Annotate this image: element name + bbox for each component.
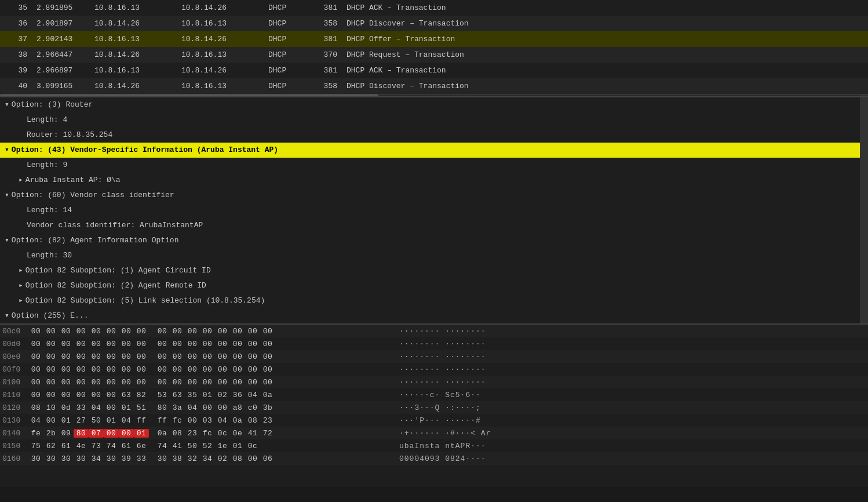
hex-byte[interactable]: 00 bbox=[230, 352, 245, 361]
hex-byte[interactable]: 00 bbox=[59, 340, 74, 348]
hex-byte[interactable]: 00 bbox=[185, 416, 200, 425]
hex-byte[interactable]: 72 bbox=[260, 429, 275, 438]
hex-byte[interactable]: 00 bbox=[28, 327, 43, 336]
hex-byte[interactable]: 00 bbox=[43, 340, 59, 348]
hex-byte[interactable]: 00 bbox=[215, 327, 230, 336]
expand-arrow[interactable]: ▸ bbox=[19, 266, 23, 275]
hex-byte[interactable]: 00 bbox=[155, 378, 170, 387]
hex-byte[interactable]: 01 bbox=[59, 416, 74, 425]
collapse-arrow[interactable]: ▾ bbox=[5, 100, 9, 109]
hex-byte[interactable]: 63 bbox=[119, 391, 134, 399]
hex-byte[interactable]: 52 bbox=[200, 442, 215, 450]
hex-byte[interactable]: 50 bbox=[185, 442, 200, 450]
hex-byte[interactable]: 00 bbox=[119, 327, 134, 336]
hex-byte[interactable]: 00 bbox=[28, 340, 43, 348]
hex-byte[interactable]: 00 bbox=[59, 391, 74, 399]
hex-byte[interactable]: 0a bbox=[230, 416, 245, 425]
hex-byte[interactable]: 01 bbox=[230, 442, 245, 450]
hex-byte[interactable]: ff bbox=[134, 416, 149, 425]
hex-byte[interactable]: 00 bbox=[260, 378, 275, 387]
hex-byte[interactable]: 00 bbox=[74, 365, 89, 374]
hex-byte[interactable]: 30 bbox=[155, 454, 170, 463]
detail-scrollbar[interactable] bbox=[860, 97, 868, 323]
hex-byte[interactable]: 00 bbox=[230, 365, 245, 374]
hex-byte[interactable]: 00 bbox=[59, 327, 74, 336]
hex-byte[interactable]: a8 bbox=[230, 403, 245, 412]
hex-byte[interactable]: 41 bbox=[170, 442, 185, 450]
expand-arrow[interactable]: ▸ bbox=[19, 296, 23, 305]
hex-byte[interactable]: 00 bbox=[43, 416, 59, 425]
hex-byte[interactable]: 00 bbox=[200, 327, 215, 336]
detail-item[interactable]: ▾Option: (43) Vendor-Specific Informatio… bbox=[0, 143, 868, 158]
hex-byte[interactable]: 00 bbox=[104, 403, 119, 412]
hex-byte[interactable]: 00 bbox=[134, 365, 149, 374]
hex-byte[interactable]: 0e bbox=[230, 429, 245, 438]
hex-byte[interactable]: 02 bbox=[215, 391, 230, 399]
hex-byte[interactable]: 0a bbox=[155, 429, 170, 438]
hex-byte[interactable]: 00 bbox=[185, 340, 200, 348]
hex-byte[interactable]: 53 bbox=[155, 391, 170, 399]
hex-byte[interactable]: 00 bbox=[74, 340, 89, 348]
hex-byte[interactable]: 00 bbox=[59, 352, 74, 361]
hex-byte[interactable]: 00 bbox=[170, 340, 185, 348]
hex-byte[interactable]: 00 bbox=[104, 340, 119, 348]
hex-byte[interactable]: 00 bbox=[59, 378, 74, 387]
hex-byte[interactable]: fc bbox=[170, 416, 185, 425]
hex-byte[interactable]: 04 bbox=[215, 416, 230, 425]
detail-item[interactable]: Length: 14 bbox=[0, 203, 868, 218]
hex-byte[interactable]: 82 bbox=[134, 391, 149, 399]
hex-byte[interactable]: 00 bbox=[185, 378, 200, 387]
hex-byte[interactable]: 00 bbox=[155, 352, 170, 361]
hex-byte[interactable]: 04 bbox=[119, 416, 134, 425]
hex-byte[interactable]: 30 bbox=[74, 454, 89, 463]
hex-byte[interactable]: 00 bbox=[260, 365, 275, 374]
hex-byte[interactable]: fe bbox=[28, 429, 43, 438]
hex-byte[interactable]: 00 bbox=[104, 378, 119, 387]
hex-byte[interactable]: 00 bbox=[89, 340, 104, 348]
hex-byte[interactable]: 00 bbox=[28, 365, 43, 374]
hex-byte[interactable]: 08 bbox=[230, 454, 245, 463]
hex-byte[interactable]: 30 bbox=[104, 454, 119, 463]
hex-byte[interactable]: 00 bbox=[185, 365, 200, 374]
hex-byte[interactable]: 00 bbox=[119, 378, 134, 387]
hex-byte[interactable]: 00 bbox=[104, 327, 119, 336]
hex-byte[interactable]: 32 bbox=[185, 454, 200, 463]
expand-arrow[interactable]: ▸ bbox=[19, 281, 23, 290]
hex-byte[interactable]: 30 bbox=[28, 454, 43, 463]
hex-byte[interactable]: 00 bbox=[43, 352, 59, 361]
packet-row[interactable]: 36 2.901897 10.8.14.26 10.8.16.13 DHCP 3… bbox=[0, 16, 868, 31]
hex-byte[interactable]: 00 bbox=[260, 327, 275, 336]
detail-item[interactable]: ▾Option: (82) Agent Information Option bbox=[0, 233, 868, 248]
hex-byte[interactable]: 00 bbox=[89, 378, 104, 387]
detail-item[interactable]: ▾Option: (60) Vendor class identifier bbox=[0, 188, 868, 203]
collapse-arrow[interactable]: ▾ bbox=[5, 236, 9, 245]
detail-item[interactable]: Length: 30 bbox=[0, 248, 868, 263]
hex-byte[interactable]: 75 bbox=[28, 442, 43, 450]
hex-byte[interactable]: 50 bbox=[89, 416, 104, 425]
packet-row[interactable]: 35 2.891895 10.8.16.13 10.8.14.26 DHCP 3… bbox=[0, 0, 868, 16]
hex-byte[interactable]: 00 bbox=[119, 429, 134, 438]
hex-byte[interactable]: 00 bbox=[43, 365, 59, 374]
hex-byte[interactable]: 08 bbox=[28, 403, 43, 412]
hex-byte[interactable]: 00 bbox=[104, 365, 119, 374]
hex-byte[interactable]: 33 bbox=[134, 454, 149, 463]
hex-byte[interactable]: 34 bbox=[89, 454, 104, 463]
hex-byte[interactable]: 00 bbox=[200, 340, 215, 348]
hex-byte[interactable]: 07 bbox=[89, 429, 104, 438]
hex-byte[interactable]: 00 bbox=[245, 340, 260, 348]
hex-byte[interactable]: 01 bbox=[119, 403, 134, 412]
hex-byte[interactable]: 06 bbox=[260, 454, 275, 463]
hex-byte[interactable]: 00 bbox=[89, 391, 104, 399]
hex-byte[interactable]: 35 bbox=[185, 391, 200, 399]
hex-byte[interactable]: fc bbox=[200, 429, 215, 438]
hex-byte[interactable]: 00 bbox=[134, 352, 149, 361]
hex-byte[interactable]: 51 bbox=[134, 403, 149, 412]
hex-byte[interactable]: 01 bbox=[134, 429, 149, 438]
hex-byte[interactable]: 08 bbox=[170, 429, 185, 438]
hex-byte[interactable]: 00 bbox=[200, 378, 215, 387]
hex-byte[interactable]: 00 bbox=[155, 327, 170, 336]
detail-item[interactable]: Length: 4 bbox=[0, 112, 868, 128]
hex-byte[interactable]: 00 bbox=[89, 365, 104, 374]
hex-byte[interactable]: 00 bbox=[245, 378, 260, 387]
hex-byte[interactable]: 00 bbox=[43, 327, 59, 336]
